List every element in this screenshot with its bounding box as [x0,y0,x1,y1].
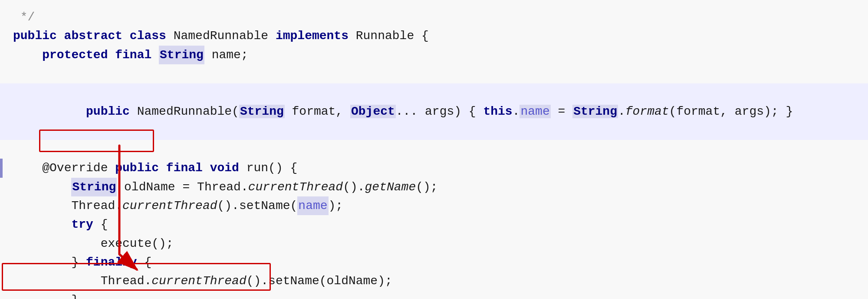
code-line-close-finally: } [13,291,855,299]
code-line-class-declaration: public abstract class NamedRunnable impl… [13,27,855,45]
override-left-bar [0,159,3,177]
code-line-try: try { [13,215,855,234]
code-line-blank2 [13,140,855,159]
code-line-setoldname: Thread.currentThread().setName(oldName); [13,272,855,290]
code-line-oldname: String oldName = Thread.currentThread().… [13,178,855,196]
code-line-constructor-wrapper: public NamedRunnable(String format, Obje… [13,83,855,140]
code-line-comment: */ [13,8,855,27]
code-line-constructor: public NamedRunnable(String format, Obje… [0,83,868,140]
code-line-field: protected final String name; [13,46,855,64]
code-container: */ public abstract class NamedRunnable i… [0,0,868,299]
code-line-execute-call: execute(); [13,234,855,253]
code-line-setname: Thread.currentThread().setName(name); [13,196,855,215]
code-line-blank1 [13,64,855,83]
code-line-override-wrapper: @Override public final void run() { [13,159,855,177]
code-line-close-try: } finally { [13,253,855,272]
code-line-override: @Override public final void run() { [13,159,855,177]
